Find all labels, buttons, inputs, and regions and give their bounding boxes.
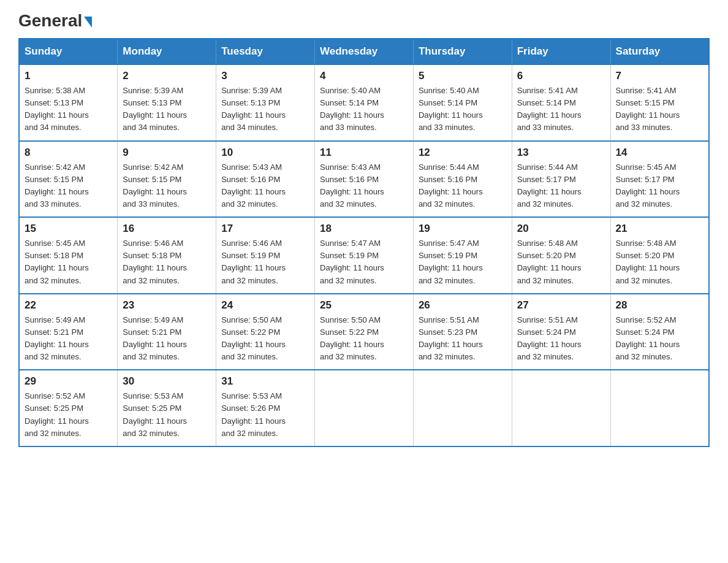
calendar-cell: 16 Sunrise: 5:46 AMSunset: 5:18 PMDaylig… [118, 217, 216, 294]
day-number: 13 [517, 147, 605, 159]
day-info: Sunrise: 5:43 AMSunset: 5:16 PMDaylight:… [320, 161, 408, 211]
day-number: 2 [123, 70, 211, 82]
calendar-cell: 1 Sunrise: 5:38 AMSunset: 5:13 PMDayligh… [19, 64, 118, 141]
day-number: 20 [517, 223, 605, 235]
day-number: 21 [616, 223, 703, 235]
calendar-cell: 21 Sunrise: 5:48 AMSunset: 5:20 PMDaylig… [610, 217, 709, 294]
day-number: 16 [123, 223, 211, 235]
page-header: General [18, 12, 710, 28]
calendar-header-row: SundayMondayTuesdayWednesdayThursdayFrid… [19, 39, 709, 64]
weekday-header-tuesday: Tuesday [216, 39, 315, 64]
day-number: 7 [616, 70, 703, 82]
day-number: 19 [419, 223, 507, 235]
day-info: Sunrise: 5:41 AMSunset: 5:15 PMDaylight:… [616, 85, 703, 134]
day-info: Sunrise: 5:40 AMSunset: 5:14 PMDaylight:… [320, 85, 408, 134]
day-number: 1 [25, 70, 112, 82]
day-info: Sunrise: 5:38 AMSunset: 5:13 PMDaylight:… [25, 85, 112, 134]
day-number: 18 [320, 223, 408, 235]
day-info: Sunrise: 5:53 AMSunset: 5:25 PMDaylight:… [123, 390, 211, 440]
day-info: Sunrise: 5:46 AMSunset: 5:19 PMDaylight:… [221, 237, 309, 287]
day-info: Sunrise: 5:43 AMSunset: 5:16 PMDaylight:… [221, 161, 309, 211]
calendar-cell: 23 Sunrise: 5:49 AMSunset: 5:21 PMDaylig… [118, 294, 216, 370]
day-info: Sunrise: 5:42 AMSunset: 5:15 PMDaylight:… [123, 161, 211, 211]
weekday-header-monday: Monday [118, 39, 216, 64]
day-number: 6 [517, 70, 605, 82]
day-number: 9 [123, 147, 211, 159]
day-info: Sunrise: 5:46 AMSunset: 5:18 PMDaylight:… [123, 237, 211, 287]
day-info: Sunrise: 5:50 AMSunset: 5:22 PMDaylight:… [320, 314, 408, 364]
calendar-cell: 10 Sunrise: 5:43 AMSunset: 5:16 PMDaylig… [216, 141, 315, 218]
calendar-table: SundayMondayTuesdayWednesdayThursdayFrid… [18, 38, 710, 447]
day-number: 30 [123, 375, 211, 388]
day-number: 29 [25, 375, 112, 388]
calendar-cell: 26 Sunrise: 5:51 AMSunset: 5:23 PMDaylig… [413, 294, 512, 370]
day-info: Sunrise: 5:44 AMSunset: 5:16 PMDaylight:… [419, 161, 507, 211]
day-number: 11 [320, 147, 408, 159]
day-number: 22 [25, 299, 112, 312]
day-info: Sunrise: 5:40 AMSunset: 5:14 PMDaylight:… [419, 85, 507, 134]
day-number: 23 [123, 299, 211, 312]
calendar-cell [512, 370, 610, 446]
calendar-week-row: 29 Sunrise: 5:52 AMSunset: 5:25 PMDaylig… [19, 370, 709, 446]
day-number: 28 [616, 299, 703, 312]
calendar-week-row: 8 Sunrise: 5:42 AMSunset: 5:15 PMDayligh… [19, 141, 709, 218]
day-number: 10 [221, 147, 309, 159]
day-number: 31 [221, 375, 309, 388]
day-info: Sunrise: 5:50 AMSunset: 5:22 PMDaylight:… [221, 314, 309, 364]
calendar-cell: 15 Sunrise: 5:45 AMSunset: 5:18 PMDaylig… [19, 217, 118, 294]
day-info: Sunrise: 5:47 AMSunset: 5:19 PMDaylight:… [419, 237, 507, 287]
calendar-cell: 14 Sunrise: 5:45 AMSunset: 5:17 PMDaylig… [610, 141, 709, 218]
calendar-cell: 25 Sunrise: 5:50 AMSunset: 5:22 PMDaylig… [315, 294, 414, 370]
day-info: Sunrise: 5:41 AMSunset: 5:14 PMDaylight:… [517, 85, 605, 134]
calendar-cell: 30 Sunrise: 5:53 AMSunset: 5:25 PMDaylig… [118, 370, 216, 446]
day-info: Sunrise: 5:39 AMSunset: 5:13 PMDaylight:… [221, 85, 309, 134]
logo-text-line1: General [18, 12, 92, 29]
logo: General [18, 12, 92, 28]
day-number: 12 [419, 147, 507, 159]
calendar-cell: 3 Sunrise: 5:39 AMSunset: 5:13 PMDayligh… [216, 64, 315, 141]
day-number: 26 [419, 299, 507, 312]
calendar-cell: 6 Sunrise: 5:41 AMSunset: 5:14 PMDayligh… [512, 64, 610, 141]
day-info: Sunrise: 5:49 AMSunset: 5:21 PMDaylight:… [123, 314, 211, 364]
weekday-header-thursday: Thursday [413, 39, 512, 64]
calendar-cell: 11 Sunrise: 5:43 AMSunset: 5:16 PMDaylig… [315, 141, 414, 218]
calendar-cell: 18 Sunrise: 5:47 AMSunset: 5:19 PMDaylig… [315, 217, 414, 294]
day-number: 15 [25, 223, 112, 235]
calendar-cell: 12 Sunrise: 5:44 AMSunset: 5:16 PMDaylig… [413, 141, 512, 218]
day-info: Sunrise: 5:51 AMSunset: 5:24 PMDaylight:… [517, 314, 605, 364]
day-number: 24 [221, 299, 309, 312]
calendar-cell: 24 Sunrise: 5:50 AMSunset: 5:22 PMDaylig… [216, 294, 315, 370]
day-info: Sunrise: 5:48 AMSunset: 5:20 PMDaylight:… [517, 237, 605, 287]
day-info: Sunrise: 5:53 AMSunset: 5:26 PMDaylight:… [221, 390, 309, 440]
day-info: Sunrise: 5:48 AMSunset: 5:20 PMDaylight:… [616, 237, 703, 287]
day-number: 3 [221, 70, 309, 82]
day-info: Sunrise: 5:42 AMSunset: 5:15 PMDaylight:… [25, 161, 112, 211]
calendar-cell: 7 Sunrise: 5:41 AMSunset: 5:15 PMDayligh… [610, 64, 709, 141]
calendar-cell: 4 Sunrise: 5:40 AMSunset: 5:14 PMDayligh… [315, 64, 414, 141]
calendar-cell: 2 Sunrise: 5:39 AMSunset: 5:13 PMDayligh… [118, 64, 216, 141]
day-info: Sunrise: 5:49 AMSunset: 5:21 PMDaylight:… [25, 314, 112, 364]
weekday-header-saturday: Saturday [610, 39, 709, 64]
calendar-cell: 31 Sunrise: 5:53 AMSunset: 5:26 PMDaylig… [216, 370, 315, 446]
calendar-cell: 19 Sunrise: 5:47 AMSunset: 5:19 PMDaylig… [413, 217, 512, 294]
weekday-header-wednesday: Wednesday [315, 39, 414, 64]
day-info: Sunrise: 5:39 AMSunset: 5:13 PMDaylight:… [123, 85, 211, 134]
weekday-header-friday: Friday [512, 39, 610, 64]
calendar-cell: 29 Sunrise: 5:52 AMSunset: 5:25 PMDaylig… [19, 370, 118, 446]
day-info: Sunrise: 5:45 AMSunset: 5:18 PMDaylight:… [25, 237, 112, 287]
calendar-cell: 5 Sunrise: 5:40 AMSunset: 5:14 PMDayligh… [413, 64, 512, 141]
day-info: Sunrise: 5:44 AMSunset: 5:17 PMDaylight:… [517, 161, 605, 211]
day-info: Sunrise: 5:51 AMSunset: 5:23 PMDaylight:… [419, 314, 507, 364]
day-number: 8 [25, 147, 112, 159]
calendar-cell: 9 Sunrise: 5:42 AMSunset: 5:15 PMDayligh… [118, 141, 216, 218]
calendar-cell: 17 Sunrise: 5:46 AMSunset: 5:19 PMDaylig… [216, 217, 315, 294]
day-number: 14 [616, 147, 703, 159]
day-number: 27 [517, 299, 605, 312]
calendar-cell [610, 370, 709, 446]
day-info: Sunrise: 5:47 AMSunset: 5:19 PMDaylight:… [320, 237, 408, 287]
day-info: Sunrise: 5:45 AMSunset: 5:17 PMDaylight:… [616, 161, 703, 211]
calendar-cell: 20 Sunrise: 5:48 AMSunset: 5:20 PMDaylig… [512, 217, 610, 294]
day-info: Sunrise: 5:52 AMSunset: 5:25 PMDaylight:… [25, 390, 112, 440]
calendar-week-row: 15 Sunrise: 5:45 AMSunset: 5:18 PMDaylig… [19, 217, 709, 294]
day-number: 5 [419, 70, 507, 82]
